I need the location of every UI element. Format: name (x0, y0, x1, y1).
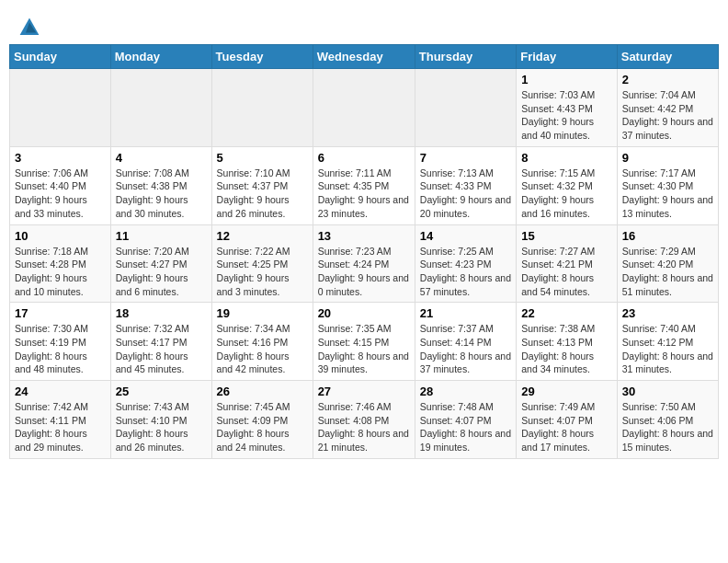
day-number: 3 (15, 151, 106, 165)
day-info: Sunrise: 7:42 AM Sunset: 4:11 PM Dayligh… (15, 400, 106, 454)
calendar-week-2: 3Sunrise: 7:06 AM Sunset: 4:40 PM Daylig… (10, 146, 719, 224)
day-number: 7 (420, 151, 511, 165)
calendar-cell: 24Sunrise: 7:42 AM Sunset: 4:11 PM Dayli… (10, 381, 111, 459)
calendar-cell: 2Sunrise: 7:04 AM Sunset: 4:42 PM Daylig… (617, 69, 718, 147)
calendar-cell (211, 69, 313, 147)
day-info: Sunrise: 7:27 AM Sunset: 4:21 PM Dayligh… (521, 245, 612, 299)
day-info: Sunrise: 7:13 AM Sunset: 4:33 PM Dayligh… (420, 167, 511, 221)
day-info: Sunrise: 7:32 AM Sunset: 4:17 PM Dayligh… (116, 322, 207, 376)
day-number: 15 (521, 229, 612, 243)
calendar-cell: 29Sunrise: 7:49 AM Sunset: 4:07 PM Dayli… (517, 381, 618, 459)
day-info: Sunrise: 7:50 AM Sunset: 4:06 PM Dayligh… (622, 400, 713, 454)
calendar-table: SundayMondayTuesdayWednesdayThursdayFrid… (9, 44, 719, 459)
day-info: Sunrise: 7:48 AM Sunset: 4:07 PM Dayligh… (420, 400, 511, 454)
day-info: Sunrise: 7:40 AM Sunset: 4:12 PM Dayligh… (622, 322, 713, 376)
calendar-cell (10, 69, 111, 147)
calendar-cell: 19Sunrise: 7:34 AM Sunset: 4:16 PM Dayli… (211, 303, 313, 381)
calendar-cell (313, 69, 415, 147)
day-info: Sunrise: 7:18 AM Sunset: 4:28 PM Dayligh… (15, 245, 106, 299)
weekday-sunday: Sunday (10, 45, 111, 69)
calendar-cell: 27Sunrise: 7:46 AM Sunset: 4:08 PM Dayli… (313, 381, 415, 459)
calendar-cell: 17Sunrise: 7:30 AM Sunset: 4:19 PM Dayli… (10, 303, 111, 381)
day-number: 19 (217, 306, 308, 320)
calendar-cell: 5Sunrise: 7:10 AM Sunset: 4:37 PM Daylig… (211, 146, 313, 224)
day-number: 8 (521, 151, 612, 165)
calendar-cell: 22Sunrise: 7:38 AM Sunset: 4:13 PM Dayli… (517, 303, 618, 381)
weekday-monday: Monday (110, 45, 211, 69)
calendar-cell: 30Sunrise: 7:50 AM Sunset: 4:06 PM Dayli… (617, 381, 718, 459)
day-number: 25 (116, 385, 207, 398)
day-number: 17 (15, 306, 106, 320)
weekday-wednesday: Wednesday (313, 45, 415, 69)
calendar-cell: 26Sunrise: 7:45 AM Sunset: 4:09 PM Dayli… (211, 381, 313, 459)
day-number: 5 (217, 151, 308, 165)
day-info: Sunrise: 7:30 AM Sunset: 4:19 PM Dayligh… (15, 322, 106, 376)
calendar-cell: 3Sunrise: 7:06 AM Sunset: 4:40 PM Daylig… (10, 146, 111, 224)
day-info: Sunrise: 7:08 AM Sunset: 4:38 PM Dayligh… (116, 167, 207, 221)
calendar-cell: 7Sunrise: 7:13 AM Sunset: 4:33 PM Daylig… (415, 146, 516, 224)
day-info: Sunrise: 7:22 AM Sunset: 4:25 PM Dayligh… (217, 245, 308, 299)
calendar-week-5: 24Sunrise: 7:42 AM Sunset: 4:11 PM Dayli… (10, 381, 719, 459)
calendar-cell: 18Sunrise: 7:32 AM Sunset: 4:17 PM Dayli… (110, 303, 211, 381)
calendar-cell: 12Sunrise: 7:22 AM Sunset: 4:25 PM Dayli… (211, 224, 313, 303)
day-info: Sunrise: 7:43 AM Sunset: 4:10 PM Dayligh… (116, 400, 207, 454)
day-number: 24 (15, 385, 106, 398)
weekday-header-row: SundayMondayTuesdayWednesdayThursdayFrid… (10, 45, 719, 69)
day-info: Sunrise: 7:38 AM Sunset: 4:13 PM Dayligh… (521, 322, 612, 376)
day-number: 10 (15, 229, 106, 243)
day-number: 28 (420, 385, 511, 398)
calendar-header: SundayMondayTuesdayWednesdayThursdayFrid… (10, 45, 719, 69)
calendar-cell: 14Sunrise: 7:25 AM Sunset: 4:23 PM Dayli… (415, 224, 516, 303)
calendar-week-1: 1Sunrise: 7:03 AM Sunset: 4:43 PM Daylig… (10, 69, 719, 147)
calendar-cell: 6Sunrise: 7:11 AM Sunset: 4:35 PM Daylig… (313, 146, 415, 224)
day-info: Sunrise: 7:25 AM Sunset: 4:23 PM Dayligh… (420, 245, 511, 299)
day-number: 18 (116, 306, 207, 320)
day-number: 16 (622, 229, 713, 243)
day-number: 1 (521, 73, 612, 86)
calendar-cell: 16Sunrise: 7:29 AM Sunset: 4:20 PM Dayli… (617, 224, 718, 303)
day-info: Sunrise: 7:20 AM Sunset: 4:27 PM Dayligh… (116, 245, 207, 299)
day-info: Sunrise: 7:34 AM Sunset: 4:16 PM Dayligh… (217, 322, 308, 376)
day-info: Sunrise: 7:06 AM Sunset: 4:40 PM Dayligh… (15, 167, 106, 221)
calendar-cell: 21Sunrise: 7:37 AM Sunset: 4:14 PM Dayli… (415, 303, 516, 381)
day-number: 22 (521, 306, 612, 320)
day-number: 9 (622, 151, 713, 165)
weekday-thursday: Thursday (415, 45, 516, 69)
calendar-cell: 8Sunrise: 7:15 AM Sunset: 4:32 PM Daylig… (517, 146, 618, 224)
day-number: 14 (420, 229, 511, 243)
page-header (9, 9, 719, 44)
weekday-tuesday: Tuesday (211, 45, 313, 69)
day-number: 20 (318, 306, 410, 320)
day-info: Sunrise: 7:29 AM Sunset: 4:20 PM Dayligh… (622, 245, 713, 299)
day-number: 23 (622, 306, 713, 320)
calendar-cell: 13Sunrise: 7:23 AM Sunset: 4:24 PM Dayli… (313, 224, 415, 303)
calendar-cell: 10Sunrise: 7:18 AM Sunset: 4:28 PM Dayli… (10, 224, 111, 303)
day-number: 30 (622, 385, 713, 398)
day-number: 13 (318, 229, 410, 243)
day-info: Sunrise: 7:35 AM Sunset: 4:15 PM Dayligh… (318, 322, 410, 376)
calendar-cell (110, 69, 211, 147)
day-info: Sunrise: 7:46 AM Sunset: 4:08 PM Dayligh… (318, 400, 410, 454)
day-info: Sunrise: 7:04 AM Sunset: 4:42 PM Dayligh… (622, 88, 713, 143)
logo (18, 17, 44, 39)
calendar-cell: 9Sunrise: 7:17 AM Sunset: 4:30 PM Daylig… (617, 146, 718, 224)
day-info: Sunrise: 7:10 AM Sunset: 4:37 PM Dayligh… (217, 167, 308, 221)
calendar-week-4: 17Sunrise: 7:30 AM Sunset: 4:19 PM Dayli… (10, 303, 719, 381)
day-info: Sunrise: 7:15 AM Sunset: 4:32 PM Dayligh… (521, 167, 612, 221)
calendar-cell: 11Sunrise: 7:20 AM Sunset: 4:27 PM Dayli… (110, 224, 211, 303)
day-number: 11 (116, 229, 207, 243)
calendar-cell: 28Sunrise: 7:48 AM Sunset: 4:07 PM Dayli… (415, 381, 516, 459)
weekday-friday: Friday (517, 45, 618, 69)
day-info: Sunrise: 7:45 AM Sunset: 4:09 PM Dayligh… (217, 400, 308, 454)
day-number: 4 (116, 151, 207, 165)
day-info: Sunrise: 7:11 AM Sunset: 4:35 PM Dayligh… (318, 167, 410, 221)
day-info: Sunrise: 7:17 AM Sunset: 4:30 PM Dayligh… (622, 167, 713, 221)
calendar-cell: 25Sunrise: 7:43 AM Sunset: 4:10 PM Dayli… (110, 381, 211, 459)
calendar-cell: 20Sunrise: 7:35 AM Sunset: 4:15 PM Dayli… (313, 303, 415, 381)
calendar-week-3: 10Sunrise: 7:18 AM Sunset: 4:28 PM Dayli… (10, 224, 719, 303)
logo-icon (18, 17, 40, 39)
weekday-saturday: Saturday (617, 45, 718, 69)
calendar-cell: 23Sunrise: 7:40 AM Sunset: 4:12 PM Dayli… (617, 303, 718, 381)
day-number: 12 (217, 229, 308, 243)
day-number: 29 (521, 385, 612, 398)
